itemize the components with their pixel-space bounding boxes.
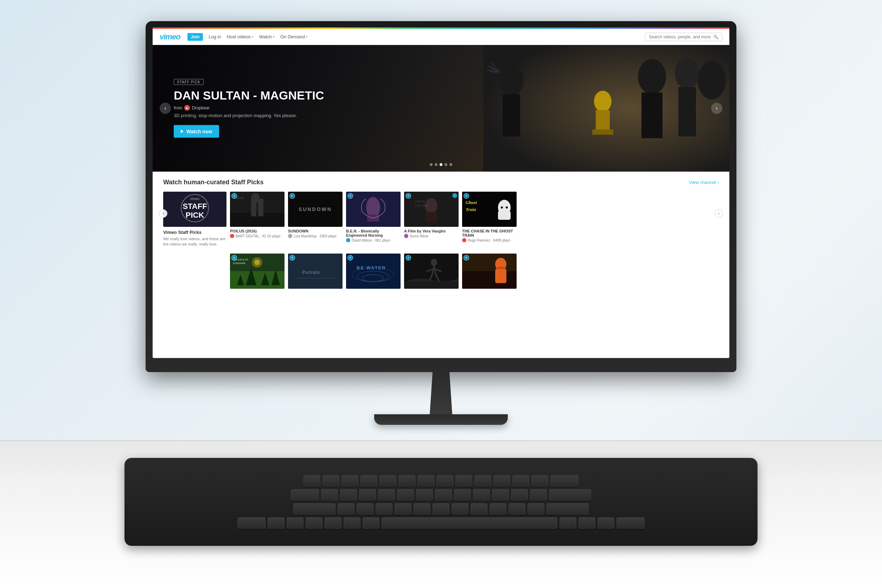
hero-dot-1[interactable] xyxy=(430,163,432,166)
key[interactable] xyxy=(416,489,433,500)
join-button[interactable]: Join xyxy=(188,33,203,41)
key[interactable] xyxy=(303,475,320,486)
key[interactable] xyxy=(363,518,380,529)
key[interactable] xyxy=(357,503,374,514)
key[interactable] xyxy=(528,503,544,514)
svg-point-8 xyxy=(675,57,699,89)
hero-next-button[interactable]: › xyxy=(711,103,722,114)
svg-rect-7 xyxy=(642,93,663,138)
key[interactable] xyxy=(338,503,354,514)
hero-dot-3[interactable] xyxy=(440,163,442,166)
thumb-portraits-img[interactable]: ✦ Portraits xyxy=(288,254,342,289)
key[interactable] xyxy=(417,475,434,486)
hero-dot-5[interactable] xyxy=(450,163,452,166)
thumb-water-img[interactable]: ✦ BE WATER xyxy=(346,254,400,289)
thumb-ghost-img[interactable]: ✦ Ghost Train xyxy=(462,192,517,227)
key[interactable] xyxy=(511,489,528,500)
thumb-orange-img[interactable]: ✦ xyxy=(462,254,517,289)
water-artwork: BE WATER xyxy=(346,254,400,289)
view-channel-link[interactable]: View channel › xyxy=(689,180,719,185)
key[interactable] xyxy=(397,489,414,500)
key[interactable] xyxy=(512,475,529,486)
sp-badge-ben: ✦ xyxy=(348,193,353,199)
key[interactable] xyxy=(546,503,589,514)
thumb-vera-img[interactable]: ✦ ✓ A Film by Vera Vaughn xyxy=(404,192,459,227)
key[interactable] xyxy=(473,489,490,500)
key[interactable] xyxy=(579,518,596,529)
key[interactable] xyxy=(321,489,338,500)
key[interactable] xyxy=(268,518,285,529)
key[interactable] xyxy=(414,503,430,514)
thumb-running-img[interactable]: ✦ xyxy=(404,254,459,289)
key[interactable] xyxy=(360,475,377,486)
key[interactable] xyxy=(286,518,303,529)
watch-link[interactable]: Watch ▾ xyxy=(259,34,274,39)
key[interactable] xyxy=(342,475,358,486)
hero-dot-2[interactable] xyxy=(435,163,438,166)
search-box[interactable]: 🔍 xyxy=(645,33,722,41)
section-header: Watch human-curated Staff Picks View cha… xyxy=(163,178,719,186)
svg-text:Ghost: Ghost xyxy=(466,200,477,205)
thumb-ben-img[interactable]: ✦ xyxy=(346,192,400,227)
poilus-artwork: POILUS xyxy=(230,192,285,227)
key[interactable] xyxy=(597,518,614,529)
key[interactable] xyxy=(560,518,576,529)
thumb-ghost: ✦ Ghost Train xyxy=(462,192,517,242)
thumb-ghost-author: Hugo Ramirez · 5408 plays xyxy=(462,238,517,242)
key[interactable] xyxy=(492,489,509,500)
key[interactable] xyxy=(399,475,416,486)
key[interactable] xyxy=(291,489,319,500)
thumbs-next-button[interactable]: › xyxy=(715,209,723,218)
key[interactable] xyxy=(550,475,579,486)
key[interactable] xyxy=(380,475,396,486)
search-input[interactable] xyxy=(649,34,711,39)
key[interactable] xyxy=(435,489,452,500)
key[interactable] xyxy=(454,489,471,500)
watch-now-label: Watch now xyxy=(186,129,212,134)
key[interactable] xyxy=(474,475,491,486)
shift-right-key[interactable] xyxy=(616,518,645,529)
thumb-poilus-img[interactable]: ✦ POILUS xyxy=(230,192,285,227)
key[interactable] xyxy=(508,503,525,514)
staff-pick-badge: STAFF PICK xyxy=(174,79,204,85)
svg-text:Portraits: Portraits xyxy=(302,270,320,275)
thumb-sundown-img[interactable]: ✦ sundown xyxy=(288,192,342,227)
hero-description: 3D printing, stop-motion and projection … xyxy=(174,113,324,118)
key[interactable] xyxy=(531,475,548,486)
key[interactable] xyxy=(471,503,488,514)
thumbs-prev-button[interactable]: ‹ xyxy=(159,209,167,218)
caps-key[interactable] xyxy=(293,503,336,514)
hero-dot-4[interactable] xyxy=(444,163,447,166)
key[interactable] xyxy=(340,489,357,500)
shift-key[interactable] xyxy=(237,518,266,529)
key[interactable] xyxy=(325,518,342,529)
key[interactable] xyxy=(376,503,393,514)
thumb-sunshine-img[interactable]: ✦ xyxy=(230,254,285,289)
key[interactable] xyxy=(530,489,547,500)
key[interactable] xyxy=(378,489,395,500)
key[interactable] xyxy=(322,475,339,486)
key[interactable] xyxy=(306,518,322,529)
key[interactable] xyxy=(494,475,510,486)
thumb-vera: ✦ ✓ A Film by Vera Vaughn xyxy=(404,192,459,238)
key[interactable] xyxy=(455,475,472,486)
key[interactable] xyxy=(359,489,376,500)
enter-key[interactable] xyxy=(549,489,591,500)
portraits-artwork: Portraits xyxy=(288,254,342,289)
author-avatar xyxy=(230,234,234,238)
key[interactable] xyxy=(344,518,360,529)
thumb-ghost-title: THE CHASE IN THE GHOST TRAIN xyxy=(462,229,517,237)
host-videos-link[interactable]: Host videos ▾ xyxy=(227,34,254,39)
key[interactable] xyxy=(452,503,468,514)
key[interactable] xyxy=(394,503,411,514)
spacebar[interactable] xyxy=(382,518,557,529)
key[interactable] xyxy=(436,475,453,486)
key[interactable] xyxy=(432,503,450,514)
watch-now-button[interactable]: Watch now xyxy=(174,125,219,138)
login-link[interactable]: Log in xyxy=(208,34,221,39)
hero-prev-button[interactable]: ‹ xyxy=(160,103,171,114)
vimeo-logo: vimeo xyxy=(160,32,180,42)
key[interactable] xyxy=(489,503,506,514)
sp-badge-running: ✦ xyxy=(405,255,411,261)
on-demand-link[interactable]: On Demand ▾ xyxy=(280,34,308,39)
